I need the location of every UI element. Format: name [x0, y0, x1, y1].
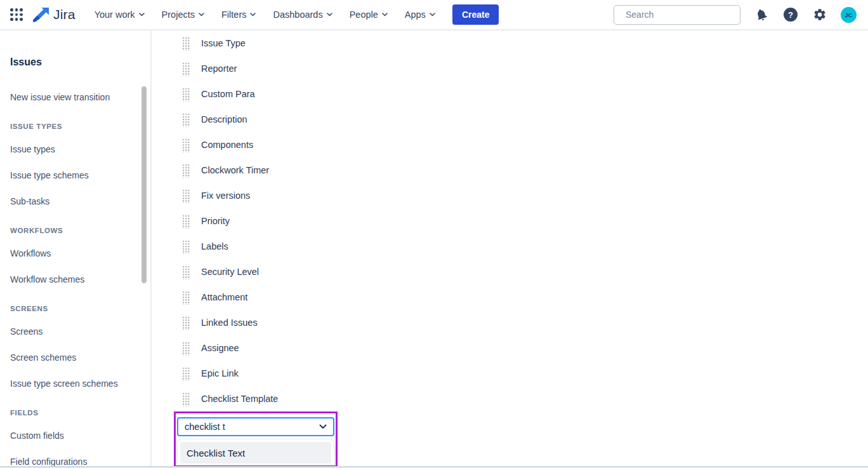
- dropdown-option-checklist-text[interactable]: Checklist Text: [180, 442, 331, 464]
- add-field-select[interactable]: checklist t: [177, 417, 334, 436]
- nav-menu-item-label: Apps: [405, 10, 426, 20]
- nav-item-people[interactable]: People: [350, 10, 388, 20]
- sidebar-item-field-configurations[interactable]: Field configurations: [10, 457, 150, 467]
- chevron-down-icon: [430, 13, 435, 17]
- field-row-description: Description: [152, 107, 868, 132]
- nav-item-apps[interactable]: Apps: [405, 10, 435, 20]
- nav-right-group: JC: [614, 5, 857, 25]
- field-label: Assignee: [201, 343, 239, 353]
- drag-handle-icon[interactable]: [182, 112, 190, 127]
- field-row-epic-link: Epic Link: [152, 361, 868, 386]
- jira-logo-icon: [33, 8, 49, 22]
- sidebar-item-new-issue-view-transition[interactable]: New issue view transition: [10, 93, 150, 102]
- sidebar-title: Issues: [10, 57, 150, 68]
- sidebar-item-workflow-schemes[interactable]: Workflow schemes: [10, 275, 150, 284]
- top-navigation-bar: Jira Your work Projects Filters Dashboar…: [0, 0, 868, 30]
- field-label: Priority: [201, 216, 230, 226]
- nav-item-your-work[interactable]: Your work: [95, 10, 145, 20]
- field-row-components: Components: [152, 132, 868, 157]
- field-label: Labels: [201, 241, 228, 251]
- chevron-down-icon: [382, 13, 388, 17]
- sidebar-item-sub-tasks[interactable]: Sub-tasks: [10, 197, 150, 206]
- field-row-linked-issues: Linked Issues: [152, 310, 868, 335]
- field-label: Security Level: [201, 267, 259, 277]
- search-box[interactable]: [614, 5, 740, 25]
- field-row-labels: Labels: [152, 234, 868, 259]
- chevron-down-icon: [139, 13, 145, 17]
- drag-handle-icon[interactable]: [182, 316, 190, 330]
- nav-menu-item-label: Your work: [95, 10, 135, 20]
- field-label: Description: [201, 114, 247, 124]
- drag-handle-icon[interactable]: [182, 392, 190, 406]
- field-label: Reporter: [201, 64, 237, 74]
- field-label: Attachment: [201, 292, 247, 302]
- notifications-bell-icon[interactable]: [753, 6, 770, 23]
- sidebar-item-issue-type-screen-schemes[interactable]: Issue type screen schemes: [10, 379, 150, 389]
- field-label: Issue Type: [201, 38, 246, 48]
- field-row-priority: Priority: [152, 208, 868, 234]
- field-label: Checklist Template: [201, 394, 278, 404]
- nav-item-filters[interactable]: Filters: [221, 10, 256, 20]
- drag-handle-icon[interactable]: [182, 62, 190, 76]
- search-input[interactable]: [626, 10, 740, 20]
- drag-handle-icon[interactable]: [182, 290, 190, 305]
- chevron-down-icon: [250, 13, 256, 17]
- field-row-issue-type: Issue Type: [152, 30, 868, 56]
- field-label: Linked Issues: [201, 318, 258, 328]
- drag-handle-icon[interactable]: [182, 189, 190, 203]
- nav-menu-item-label: Filters: [221, 10, 246, 20]
- settings-gear-icon[interactable]: [812, 6, 828, 23]
- drag-handle-icon[interactable]: [182, 163, 190, 178]
- field-row-custom-para: Custom Para: [152, 81, 868, 107]
- field-label: Custom Para: [201, 89, 255, 99]
- field-row-clockwork-timer: Clockwork Timer: [152, 157, 868, 183]
- jira-logo[interactable]: Jira: [33, 7, 76, 22]
- screen-fields-panel: Issue Type Reporter Custom Para Descript…: [152, 30, 868, 468]
- field-label: Epic Link: [201, 368, 239, 378]
- field-row-assignee: Assignee: [152, 335, 868, 361]
- nav-menu-item-label: Projects: [162, 10, 195, 20]
- nav-item-projects[interactable]: Projects: [162, 10, 204, 20]
- drag-handle-icon[interactable]: [182, 239, 190, 254]
- sidebar-item-screens[interactable]: Screens: [10, 327, 150, 337]
- sidebar-item-custom-fields[interactable]: Custom fields: [10, 431, 150, 441]
- sidebar-item-screen-schemes[interactable]: Screen schemes: [10, 353, 150, 363]
- sidebar-item-workflows[interactable]: Workflows: [10, 249, 150, 258]
- sidebar-header-issue-types: ISSUE TYPES: [10, 123, 150, 131]
- help-icon[interactable]: [782, 6, 799, 23]
- drag-handle-icon[interactable]: [182, 214, 190, 229]
- sidebar-header-screens: SCREENS: [10, 305, 150, 313]
- field-list: Issue Type Reporter Custom Para Descript…: [152, 30, 868, 411]
- drag-handle-icon[interactable]: [182, 138, 190, 152]
- nav-item-dashboards[interactable]: Dashboards: [273, 10, 332, 20]
- drag-handle-icon[interactable]: [182, 87, 190, 102]
- field-label: Fix versions: [201, 191, 250, 201]
- create-button[interactable]: Create: [452, 4, 499, 25]
- app-switcher-icon[interactable]: [10, 8, 23, 21]
- chevron-down-icon: [327, 13, 332, 17]
- field-label: Clockwork Timer: [201, 165, 269, 175]
- admin-sidebar: Issues New issue view transition ISSUE T…: [0, 30, 152, 468]
- sidebar-sections: ISSUE TYPESIssue typesIssue type schemes…: [10, 123, 150, 467]
- annotation-highlight-box: checklist t Checklist Text: [174, 411, 338, 467]
- jira-admin-screen: Jira Your work Projects Filters Dashboar…: [0, 0, 868, 468]
- drag-handle-icon[interactable]: [182, 341, 190, 356]
- chevron-down-icon: [199, 13, 204, 17]
- field-label: Components: [201, 140, 253, 150]
- add-field-select-value: checklist t: [185, 422, 225, 432]
- user-avatar[interactable]: JC: [841, 7, 857, 23]
- sidebar-item-issue-types[interactable]: Issue types: [10, 145, 150, 154]
- field-row-checklist-template: Checklist Template: [152, 386, 868, 411]
- jira-logo-text: Jira: [53, 7, 76, 22]
- drag-handle-icon[interactable]: [182, 265, 190, 279]
- sidebar-item-issue-type-schemes[interactable]: Issue type schemes: [10, 171, 150, 180]
- drag-handle-icon[interactable]: [182, 366, 190, 381]
- sidebar-header-fields: FIELDS: [10, 409, 150, 417]
- nav-menu-item-label: People: [350, 10, 378, 20]
- sidebar-scrollbar-thumb[interactable]: [141, 86, 147, 283]
- chevron-down-icon: [319, 424, 327, 429]
- drag-handle-icon[interactable]: [182, 36, 190, 51]
- field-row-security-level: Security Level: [152, 259, 868, 284]
- sidebar-header-workflows: WORKFLOWS: [10, 227, 150, 235]
- field-row-fix-versions: Fix versions: [152, 183, 868, 208]
